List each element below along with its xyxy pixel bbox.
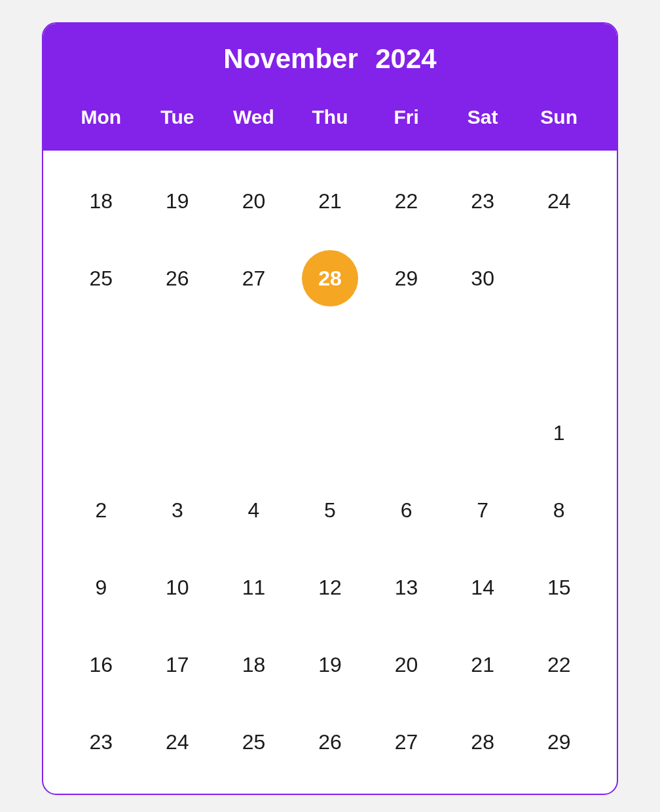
date-cell[interactable]: 25 [225, 714, 282, 770]
date-cell[interactable]: 23 [73, 714, 129, 770]
date-cell[interactable]: 18 [225, 637, 282, 693]
date-cell[interactable]: 4 [225, 482, 282, 538]
weekday-mon: Mon [63, 106, 139, 128]
date-cell[interactable]: 27 [225, 250, 282, 306]
date-cell[interactable]: 10 [149, 559, 206, 616]
weekday-wed: Wed [215, 106, 292, 128]
date-cell[interactable]: 16 [73, 637, 129, 693]
date-cell[interactable]: 8 [531, 482, 587, 538]
weekday-fri: Fri [368, 106, 445, 128]
date-cell[interactable]: 15 [531, 559, 587, 616]
date-cell[interactable]: 22 [531, 637, 587, 693]
date-cell[interactable]: 7 [454, 482, 511, 538]
date-cell[interactable]: 18 [73, 173, 129, 229]
date-cell[interactable]: 13 [378, 559, 435, 616]
date-cell[interactable]: 23 [454, 173, 511, 229]
date-cell[interactable]: 17 [149, 637, 206, 693]
date-cell[interactable]: 24 [149, 714, 206, 770]
date-cell[interactable]: 29 [531, 714, 587, 770]
calendar-body: 1819202122232425262728293012345678910111… [43, 151, 617, 794]
date-cell[interactable]: 21 [454, 637, 511, 693]
date-cell[interactable]: 20 [225, 173, 282, 229]
calendar-header: November 2024 Mon Tue Wed Thu Fri Sat Su… [43, 24, 617, 151]
date-cell[interactable]: 30 [454, 250, 511, 306]
date-cell[interactable]: 21 [302, 173, 358, 229]
date-cell[interactable]: 9 [73, 559, 129, 616]
year-label[interactable]: 2024 [375, 43, 436, 75]
date-cell[interactable]: 20 [378, 637, 435, 693]
calendar-title-row: November 2024 [63, 43, 597, 75]
date-cell[interactable]: 6 [378, 482, 435, 538]
date-cell[interactable]: 29 [378, 250, 435, 306]
date-cell[interactable]: 26 [149, 250, 206, 306]
date-cell[interactable]: 22 [378, 173, 435, 229]
month-label[interactable]: November [223, 43, 358, 75]
date-cell[interactable]: 12 [302, 559, 358, 616]
weekday-sun: Sun [521, 106, 597, 128]
weekday-row: Mon Tue Wed Thu Fri Sat Sun [63, 106, 597, 128]
date-cell[interactable]: 27 [378, 714, 435, 770]
date-cell[interactable]: 1 [531, 405, 587, 461]
weekday-sat: Sat [445, 106, 521, 128]
weekday-tue: Tue [139, 106, 216, 128]
date-cell[interactable]: 26 [302, 714, 358, 770]
date-grid: 1819202122232425262728293012345678910111… [63, 162, 597, 781]
date-cell[interactable]: 3 [149, 482, 206, 538]
date-cell[interactable]: 28 [454, 714, 511, 770]
date-cell[interactable]: 24 [531, 173, 587, 229]
date-cell[interactable]: 2 [73, 482, 129, 538]
date-cell[interactable]: 5 [302, 482, 358, 538]
date-cell[interactable]: 19 [302, 637, 358, 693]
date-cell[interactable]: 19 [149, 173, 206, 229]
date-cell[interactable]: 14 [454, 559, 511, 616]
date-cell[interactable]: 25 [73, 250, 129, 306]
date-cell[interactable]: 28 [302, 250, 358, 306]
date-cell[interactable]: 11 [225, 559, 282, 616]
calendar: November 2024 Mon Tue Wed Thu Fri Sat Su… [42, 22, 618, 795]
weekday-thu: Thu [292, 106, 369, 128]
